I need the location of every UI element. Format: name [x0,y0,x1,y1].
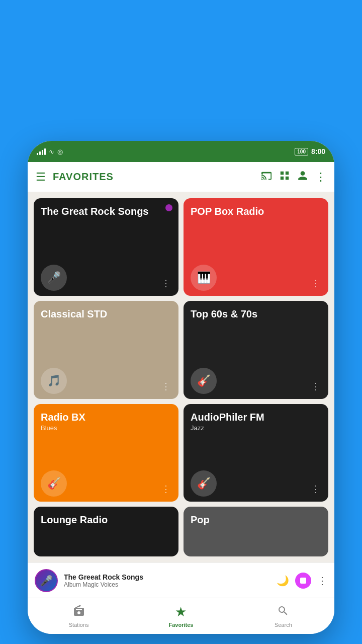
station-card-classical[interactable]: Classical STD 🎵 ⋮ [34,301,178,398]
station-card-pop[interactable]: Pop [184,507,328,556]
stop-icon [300,578,306,584]
station-more-icon[interactable]: ⋮ [159,481,172,497]
nav-favorites[interactable]: ★ Favorites [130,598,232,634]
stations-icon [73,605,85,620]
station-card-radio-bx[interactable]: Radio BX Blues 🎸 ⋮ [34,404,178,502]
stop-button[interactable] [295,573,311,589]
cast-icon[interactable] [261,170,272,184]
station-title: Top 60s & 70s [191,308,322,320]
app-bar-title: FAVORITES [53,171,254,183]
station-title: Pop [191,514,322,526]
search-icon [277,605,289,620]
search-label: Search [275,622,292,628]
station-more-icon[interactable]: ⋮ [309,379,322,394]
station-card-top60s[interactable]: Top 60s & 70s 🎸 ⋮ [184,301,328,398]
station-title: AudioPhiler FM [191,411,322,423]
now-playing-subtitle: Album Magic Voices [64,581,270,588]
status-right: 100 8:00 [295,147,325,155]
station-avatar: 🎹 [191,265,217,291]
station-title: Classical STD [41,308,172,320]
station-card-lounge[interactable]: Lounge Radio [34,507,178,556]
signal-icon [37,148,46,155]
more-icon[interactable]: ⋮ [315,171,326,184]
station-more-icon[interactable]: ⋮ [309,481,322,497]
status-left: ∿ ◎ [37,148,63,155]
station-avatar: 🎵 [41,368,67,394]
station-card-pop-box[interactable]: POP Box Radio 🎹 ⋮ [184,198,328,296]
now-playing-info: The Greeat Rock Songs Album Magic Voices [64,573,270,588]
now-playing-bar: 🎤 The Greeat Rock Songs Album Magic Voic… [28,562,334,598]
station-more-icon[interactable]: ⋮ [159,276,172,291]
time-display: 8:00 [311,147,325,155]
station-title: The Great Rock Songs [41,205,172,217]
favorites-icon: ★ [175,604,187,620]
station-avatar: 🎸 [191,368,217,394]
stations-label: Stations [69,622,89,628]
battery-icon: 100 [295,148,308,155]
sleep-icon[interactable]: 🌙 [277,575,289,587]
more-options-icon[interactable]: ⋮ [317,575,327,587]
now-playing-title: The Greeat Rock Songs [64,573,270,581]
stations-grid: The Great Rock Songs 🎤 ⋮ POP Box Radio 🎹… [28,192,334,562]
station-title: Radio BX [41,411,172,423]
now-playing-avatar: 🎤 [35,569,58,592]
station-avatar: 🎸 [41,470,67,497]
station-more-icon[interactable]: ⋮ [159,379,172,394]
now-playing-controls: 🌙 ⋮ [277,573,327,589]
nav-search[interactable]: Search [232,598,334,634]
station-card-audiophiler[interactable]: AudioPhiler FM Jazz 🎸 ⋮ [184,404,328,502]
station-more-icon[interactable]: ⋮ [309,276,322,291]
station-subtitle: Blues [41,424,172,432]
nav-stations[interactable]: Stations [28,598,130,634]
station-card-great-rock[interactable]: The Great Rock Songs 🎤 ⋮ [34,198,178,296]
favorites-label: Favorites [169,622,194,628]
account-icon[interactable] [297,170,308,184]
phone-shell: ∿ ◎ 100 8:00 ☰ FAVORITES ⋮ The Great Roc… [28,141,334,634]
app-bar: ☰ FAVORITES ⋮ [28,162,334,192]
grid-icon[interactable] [279,170,290,184]
wifi-icon: ∿ [49,148,54,155]
station-title: Lounge Radio [41,514,172,526]
station-subtitle: Jazz [191,424,322,432]
bottom-nav: Stations ★ Favorites Search [28,598,334,634]
station-avatar: 🎸 [191,470,217,497]
station-title: POP Box Radio [191,205,322,217]
menu-icon[interactable]: ☰ [36,171,46,184]
station-avatar: 🎤 [41,265,67,291]
status-bar: ∿ ◎ 100 8:00 [28,141,334,162]
dnd-icon: ◎ [57,148,63,155]
